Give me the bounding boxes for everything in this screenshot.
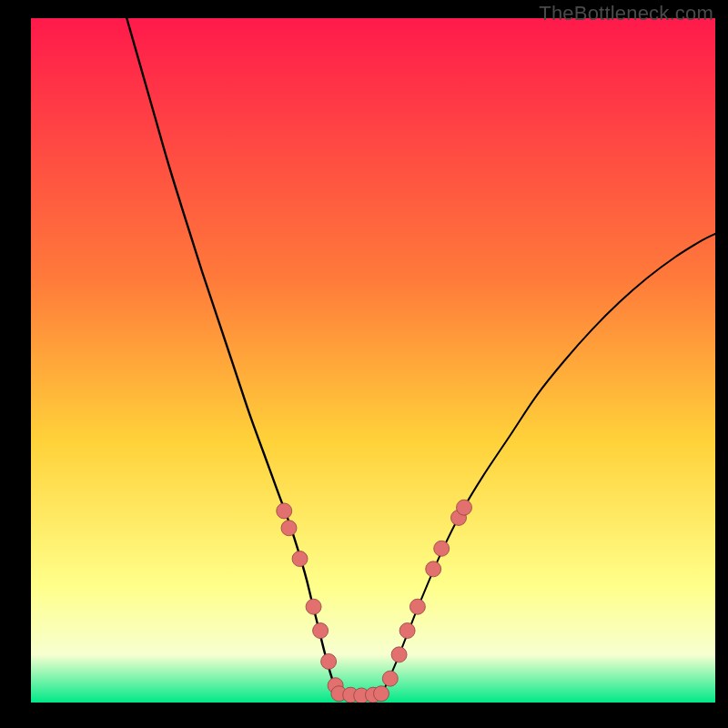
data-marker <box>457 500 472 515</box>
chart-plot-area <box>31 18 715 703</box>
data-marker <box>292 551 308 567</box>
data-marker <box>391 647 407 662</box>
data-marker <box>399 623 415 639</box>
data-marker <box>281 521 297 536</box>
watermark-text: TheBottleneck.com <box>539 2 713 25</box>
gradient-background <box>31 18 715 703</box>
data-marker <box>434 541 450 556</box>
outer-black-frame: TheBottleneck.com <box>0 0 728 728</box>
data-marker <box>382 671 398 686</box>
data-marker <box>426 561 441 577</box>
data-marker <box>410 599 425 614</box>
data-marker <box>277 503 292 519</box>
data-marker <box>321 653 337 669</box>
data-marker <box>374 686 389 702</box>
chart-svg <box>31 18 715 703</box>
data-marker <box>313 623 329 639</box>
data-marker <box>306 599 321 614</box>
